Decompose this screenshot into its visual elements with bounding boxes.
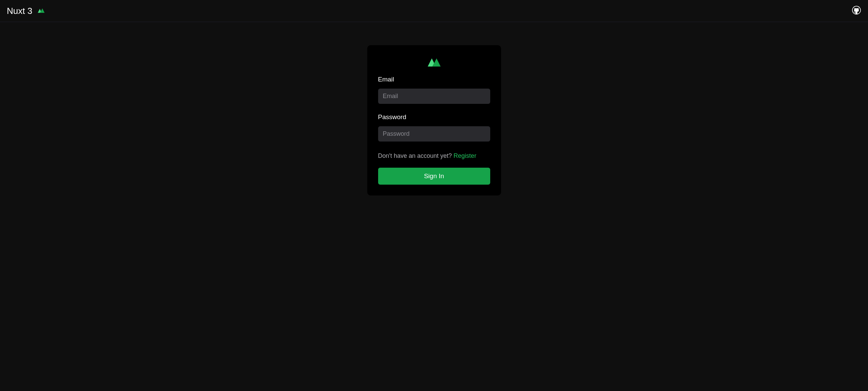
github-link[interactable] [852,5,861,16]
main-content: Email Password Don't have an account yet… [0,22,868,196]
card-logo-wrapper [378,56,490,69]
signin-button[interactable]: Sign In [378,168,490,185]
signin-card: Email Password Don't have an account yet… [367,45,501,196]
email-label: Email [378,76,490,83]
register-prompt: Don't have an account yet? Register [378,152,490,160]
header-left: Nuxt 3 [7,6,46,16]
password-input[interactable] [378,126,490,142]
nuxt-logo-icon [36,7,46,15]
password-label: Password [378,113,490,121]
nuxt-logo-icon [426,56,443,69]
header: Nuxt 3 [0,0,868,22]
email-form-group: Email [378,76,490,104]
register-prompt-text: Don't have an account yet? [378,152,454,159]
password-form-group: Password [378,113,490,142]
email-input[interactable] [378,89,490,104]
register-link[interactable]: Register [454,152,476,159]
app-title: Nuxt 3 [7,6,32,16]
github-icon [852,5,861,16]
